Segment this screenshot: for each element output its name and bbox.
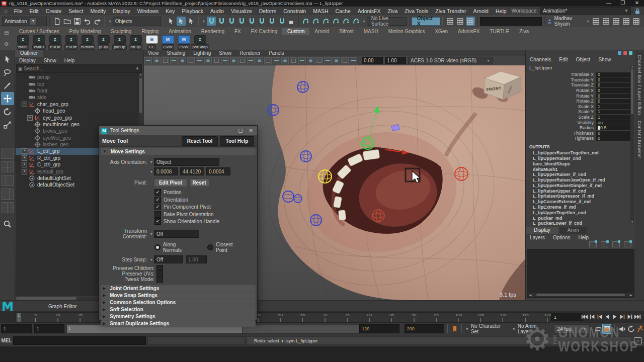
scroll-up-arrow[interactable]: ▲ [139,73,142,76]
menu-arnold[interactable]: Arnold [470,8,492,14]
channel-value-field[interactable]: 0 [596,83,630,88]
channel-pin-icon[interactable] [629,51,632,55]
menu-audio[interactable]: Audio [207,8,227,14]
menu-mash[interactable]: MASH [309,8,332,14]
output-node-deltamush1[interactable]: deltaMush1 [526,166,635,172]
outliner-search[interactable]: ▣ Search... ▼ [16,64,142,73]
chevron-down-icon[interactable]: ▼ [149,160,154,164]
expand-toggle[interactable]: + [22,162,27,167]
layout-four-pane-button[interactable] [2,161,14,172]
current-time-marker[interactable]: 1 [17,313,21,322]
layer-list-scrollbar[interactable]: ◀ ▶ [528,293,633,297]
step-snap-amount-field[interactable]: 1.00 [186,255,207,263]
step-back-key-button[interactable] [596,312,603,321]
shelf-tab-xgen[interactable]: XGen [430,28,453,35]
outliner-item-side[interactable]: side [16,94,139,101]
output-node-l-lipupperraisertogether-md[interactable]: L_lipUpperRaiserTogether_md [526,150,635,156]
animation-preferences-icon[interactable] [602,324,612,334]
scrollbar-thumb[interactable] [139,78,142,113]
move-tool[interactable] [1,92,14,105]
bookmarks-icon[interactable] [170,57,178,64]
channel-box-toggle-icon[interactable] [631,17,640,26]
grid-icon[interactable] [204,57,212,64]
shelf-tab-sculpting[interactable]: Sculpting [106,28,136,35]
step-snap-dropdown[interactable]: Off [154,255,183,263]
playback-start-field[interactable]: 1 [34,324,65,333]
checkbox-pin-component-pivot[interactable]: ✓ [154,204,161,210]
output-node-l-lipextreme-if-md[interactable]: L_lipExtreme_if_md [526,205,635,210]
section-common-selection-options[interactable]: ▶Common Selection Options [101,299,256,306]
expand-toggle[interactable]: + [22,169,27,174]
ipr-render-icon[interactable] [456,17,465,26]
axis-y-field[interactable]: 44.4120 [180,167,204,175]
safe-title-icon[interactable] [256,57,263,64]
layer-editor-tab-display[interactable]: Display [526,227,558,234]
outliner-item-char-geo-grp[interactable]: −char_geo_grp [16,101,139,108]
viewport-menu-renderer[interactable]: Renderer [235,50,265,56]
step-forward-frame-button[interactable] [626,312,633,321]
menu-windows[interactable]: Windows [134,8,163,14]
shelf-tab-bifrost[interactable]: Bifrost [334,28,358,35]
snap-projected-center-icon[interactable] [257,17,266,26]
shelf-item-parshap[interactable]: zparShap [192,35,208,50]
chevron-down-icon[interactable]: ▼ [149,258,154,261]
current-frame-field[interactable]: 1 [551,313,583,321]
shelf-item-zrnam[interactable]: zzRnam [79,35,95,50]
isolate-select-icon[interactable] [341,57,349,64]
menu-help[interactable]: Help [492,8,510,14]
chevron-down-icon[interactable]: ▼ [202,20,206,23]
select-tool[interactable] [1,53,14,66]
scale-tool[interactable] [1,118,14,131]
construction-history-off-icon[interactable] [332,17,341,26]
axis-z-field[interactable]: 0.0004 [206,167,230,175]
symmetry-field[interactable]: Object X [412,17,440,26]
layout-single-pane-button[interactable] [2,148,14,159]
play-forwards-button[interactable] [611,312,618,321]
step-forward-key-button[interactable] [618,312,626,321]
expand-toggle[interactable]: − [22,102,27,107]
save-scene-icon[interactable] [72,17,82,26]
render-view-icon[interactable] [446,17,455,26]
select-object-icon[interactable] [177,17,186,26]
loop-playback-icon[interactable] [594,324,602,333]
reset-pivot-button[interactable]: Reset [189,178,209,187]
textured-icon[interactable] [281,57,289,64]
outliner-item-top[interactable]: top [16,80,139,87]
outliner-menu-help[interactable]: Help [60,58,79,63]
safe-action-icon[interactable] [247,57,255,64]
render-settings-icon[interactable] [466,17,475,26]
channel-value-field[interactable]: 1 [596,110,630,115]
channelbox-menu-show[interactable]: Show [594,57,615,62]
snap-grid-icon[interactable] [227,17,236,26]
live-surface-field[interactable]: No Live Surface [367,17,407,26]
channel-value-field[interactable]: 0 [596,94,630,99]
motion-blur-icon[interactable] [315,57,323,64]
menu-playback[interactable]: Playback [178,8,207,14]
minimize-button[interactable]: — [602,0,616,7]
checkbox-tweak-mode[interactable] [156,276,163,283]
list-input-operations-icon[interactable] [301,17,310,26]
channel-value-field[interactable]: 0 [596,72,630,77]
output-node-l-puckerlower-if-cnd[interactable]: L_puckerLower_if_cnd [526,221,635,226]
menu-deform[interactable]: Deform [256,8,280,14]
minimize-icon[interactable]: — [227,128,232,133]
search-input[interactable]: Search... [24,66,135,71]
axis-orientation-dropdown[interactable]: Object [154,158,219,166]
checkbox-bake-pivot-orientation[interactable] [154,211,161,218]
shelf-tab-fx-caching[interactable]: FX Caching [246,28,282,35]
shadows-icon[interactable] [298,57,306,64]
anim-layer-dropdown[interactable]: ▼No Anim Layer [512,323,548,334]
viewport-menu-panels[interactable]: Panels [265,50,288,56]
redo-icon[interactable] [93,17,102,26]
shelf-tab-custom[interactable]: Custom [282,28,309,35]
viewport-menu-lighting[interactable]: Lighting [189,50,215,56]
sidebar-tab-content-browser[interactable]: Content Browser [637,121,642,158]
channel-value-field[interactable]: 0 [596,131,630,136]
go-to-start-button[interactable] [581,312,588,321]
gamma-field[interactable]: 1.00 [385,57,406,64]
paint-select-tool[interactable] [1,79,14,92]
menu-edit[interactable]: Edit [26,8,42,14]
fps-dropdown[interactable]: 24 fps▼ [554,324,589,333]
playback-end-field[interactable]: 120 [359,324,399,333]
layout-custom-button[interactable] [2,202,14,213]
